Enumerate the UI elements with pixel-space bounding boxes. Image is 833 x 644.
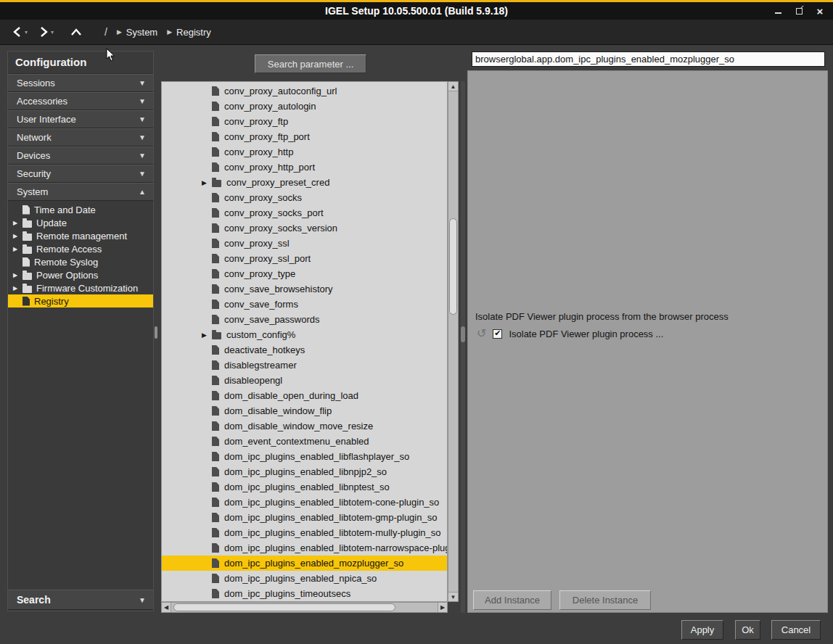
registry-item-conv-proxy-socks-version[interactable]: conv_proxy_socks_version xyxy=(162,220,447,236)
registry-item-conv-save-browsehistory[interactable]: conv_save_browsehistory xyxy=(162,281,447,297)
parameter-path-field[interactable] xyxy=(472,51,825,67)
scroll-right-arrow-icon[interactable]: ▶ xyxy=(438,603,447,612)
restore-icon xyxy=(796,8,803,15)
registry-item-conv-proxy-type[interactable]: conv_proxy_type xyxy=(162,266,447,281)
breadcrumb-item-system[interactable]: System xyxy=(126,27,157,38)
registry-item-conv-proxy-socks[interactable]: conv_proxy_socks xyxy=(162,190,447,205)
file-icon xyxy=(212,284,219,294)
nav-back-button[interactable]: ▾ xyxy=(12,26,28,38)
sidebar-search-section[interactable]: Search ▼ xyxy=(8,590,153,610)
expander-icon[interactable]: ▶ xyxy=(202,179,212,186)
registry-item-dom-ipc-plugins-enabled-libnpjp2-so[interactable]: dom_ipc_plugins_enabled_libnpjp2_so xyxy=(162,464,447,479)
sidebar-tree-item-power-options[interactable]: ▶ Power Options xyxy=(8,268,153,281)
registry-item-disableopengl[interactable]: disableopengl xyxy=(162,373,447,388)
registry-item-conv-proxy-http[interactable]: conv_proxy_http xyxy=(162,144,447,160)
registry-item-conv-proxy-ssl[interactable]: conv_proxy_ssl xyxy=(162,236,447,251)
isolate-checkbox[interactable]: ✔ xyxy=(493,329,502,339)
registry-item-conv-proxy-socks-port[interactable]: conv_proxy_socks_port xyxy=(162,205,447,220)
registry-item-dom-ipc-plugins-enabled-npica-so[interactable]: dom_ipc_plugins_enabled_npica_so xyxy=(162,571,447,586)
sidebar-tree-item-remote-syslog[interactable]: Remote Syslog xyxy=(8,255,153,268)
sidebar-tree-item-remote-management[interactable]: ▶ Remote management xyxy=(8,229,153,242)
add-instance-button[interactable]: Add Instance xyxy=(473,590,551,610)
sidebar-tree-item-firmware-customization[interactable]: ▶ Firmware Customization xyxy=(8,281,153,294)
registry-item-conv-proxy-ssl-port[interactable]: conv_proxy_ssl_port xyxy=(162,251,447,266)
registry-item-dom-ipc-plugins-enabled-libnptest-so[interactable]: dom_ipc_plugins_enabled_libnptest_so xyxy=(162,479,447,495)
expander-icon[interactable]: ▶ xyxy=(13,233,22,239)
detail-scrollbar-thumb[interactable] xyxy=(461,326,465,342)
sidebar-tree-item-registry[interactable]: Registry xyxy=(8,294,153,307)
search-parameter-button[interactable]: Search parameter ... xyxy=(255,54,366,73)
sidebar-item-network[interactable]: Network ▼ xyxy=(8,128,153,146)
registry-item-dom-ipc-plugins-timeoutsecs[interactable]: dom_ipc_plugins_timeoutsecs xyxy=(162,586,447,601)
expander-icon[interactable]: ▶ xyxy=(202,331,212,339)
restore-button[interactable] xyxy=(793,5,805,17)
registry-item-deactivate-hotkeys[interactable]: deactivate_hotkeys xyxy=(162,342,447,358)
file-icon xyxy=(212,132,219,141)
panel-splitter-handle[interactable] xyxy=(155,326,157,339)
forward-history-dropdown-icon[interactable]: ▾ xyxy=(51,29,54,36)
registry-item-dom-event-contextmenu-enabled[interactable]: dom_event_contextmenu_enabled xyxy=(162,434,447,449)
tree-item-label: disableopengl xyxy=(224,375,282,386)
registry-item-dom-ipc-plugins-enabled-libflashplayer-so[interactable]: dom_ipc_plugins_enabled_libflashplayer_s… xyxy=(162,449,447,464)
cancel-button[interactable]: Cancel xyxy=(771,620,821,640)
sidebar-item-system[interactable]: System ▲ xyxy=(8,183,153,201)
registry-item-conv-proxy-ftp-port[interactable]: conv_proxy_ftp_port xyxy=(162,129,447,144)
registry-item-conv-proxy-autologin[interactable]: conv_proxy_autologin xyxy=(162,99,447,114)
sidebar-tree-item-update[interactable]: ▶ Update xyxy=(8,216,153,229)
expander-icon[interactable]: ▶ xyxy=(13,272,22,278)
registry-item-conv-save-passwords[interactable]: conv_save_passwords xyxy=(162,312,447,327)
registry-item-custom-config[interactable]: ▶ custom_config% xyxy=(162,327,447,342)
nav-up-button[interactable] xyxy=(70,28,83,36)
sidebar-item-user-interface[interactable]: User Interface ▼ xyxy=(8,110,153,128)
expander-icon[interactable]: ▶ xyxy=(13,220,22,226)
delete-instance-button[interactable]: Delete Instance xyxy=(559,590,651,610)
horizontal-scrollbar-thumb[interactable] xyxy=(173,603,395,611)
sidebar-tree-item-time-and-date[interactable]: Time and Date xyxy=(8,203,153,216)
file-icon xyxy=(212,254,219,263)
vertical-scrollbar[interactable]: ▲ ▼ xyxy=(448,81,459,602)
registry-item-dom-disable-window-move-resize[interactable]: dom_disable_window_move_resize xyxy=(162,418,447,434)
registry-item-dom-disable-open-during-load[interactable]: dom_disable_open_during_load xyxy=(162,388,447,403)
breadcrumb-item-registry[interactable]: Registry xyxy=(176,27,211,38)
reset-to-default-icon[interactable]: ↺ xyxy=(477,328,486,339)
registry-item-dom-disable-window-flip[interactable]: dom_disable_window_flip xyxy=(162,403,447,418)
detail-panel-scrollbar[interactable] xyxy=(461,81,465,613)
sidebar-item-accessories[interactable]: Accessories ▼ xyxy=(8,92,153,110)
sidebar-item-sessions[interactable]: Sessions ▼ xyxy=(8,74,153,92)
registry-item-dom-ipc-plugins-enabled-libtotem-mully-plugin-so[interactable]: dom_ipc_plugins_enabled_libtotem-mully-p… xyxy=(162,525,447,540)
ok-button[interactable]: Ok xyxy=(735,620,760,640)
sidebar-item-devices[interactable]: Devices ▼ xyxy=(8,146,153,165)
chevron-up-icon xyxy=(70,28,83,36)
file-icon xyxy=(212,117,219,126)
registry-item-dom-ipc-plugins-enabled-libtotem-gmp-plugin-so[interactable]: dom_ipc_plugins_enabled_libtotem-gmp-plu… xyxy=(162,510,447,525)
registry-item-conv-save-forms[interactable]: conv_save_forms xyxy=(162,297,447,312)
checkmark-icon: ✔ xyxy=(494,329,501,337)
minimize-button[interactable] xyxy=(772,5,784,17)
registry-item-dom-ipc-plugins-enabled-libtotem-cone-plugin-so[interactable]: dom_ipc_plugins_enabled_libtotem-cone-pl… xyxy=(162,495,447,510)
expander-icon[interactable]: ▶ xyxy=(13,246,22,252)
nav-forward-button[interactable]: ▾ xyxy=(38,26,54,38)
registry-item-dom-ipc-plugins-enabled-libtotem-narrowspace-plugin-so[interactable]: dom_ipc_plugins_enabled_libtotem-narrows… xyxy=(162,540,447,556)
sidebar-tree-item-remote-access[interactable]: ▶ Remote Access xyxy=(8,242,153,255)
registry-item-conv-proxy-autoconfig-url[interactable]: conv_proxy_autoconfig_url xyxy=(162,83,447,99)
scroll-down-arrow-icon[interactable]: ▼ xyxy=(448,592,458,601)
registry-item-disablegstreamer[interactable]: disablegstreamer xyxy=(162,358,447,373)
registry-item-conv-proxy-ftp[interactable]: conv_proxy_ftp xyxy=(162,114,447,129)
close-button[interactable]: × xyxy=(814,5,826,17)
scroll-up-arrow-icon[interactable]: ▲ xyxy=(448,82,458,91)
titlebar[interactable]: IGEL Setup 10.05.500.01 (Build 5.9.18) × xyxy=(0,2,833,20)
back-history-dropdown-icon[interactable]: ▾ xyxy=(25,29,28,36)
vertical-scrollbar-thumb[interactable] xyxy=(449,218,457,315)
file-icon xyxy=(22,297,30,306)
file-icon xyxy=(212,376,219,385)
registry-item-conv-proxy-preset-cred[interactable]: ▶ conv_proxy_preset_cred xyxy=(162,175,447,190)
horizontal-scrollbar[interactable]: ◀ ▶ xyxy=(161,602,448,613)
registry-item-dom-ipc-plugins-enabled-mozplugger-so[interactable]: dom_ipc_plugins_enabled_mozplugger_so xyxy=(162,556,447,571)
file-icon xyxy=(212,452,219,461)
scroll-left-arrow-icon[interactable]: ◀ xyxy=(162,603,171,612)
file-icon xyxy=(212,589,219,598)
expander-icon[interactable]: ▶ xyxy=(13,285,22,292)
registry-item-conv-proxy-http-port[interactable]: conv_proxy_http_port xyxy=(162,160,447,175)
apply-button[interactable]: Apply xyxy=(681,620,723,640)
sidebar-item-security[interactable]: Security ▼ xyxy=(8,165,153,183)
